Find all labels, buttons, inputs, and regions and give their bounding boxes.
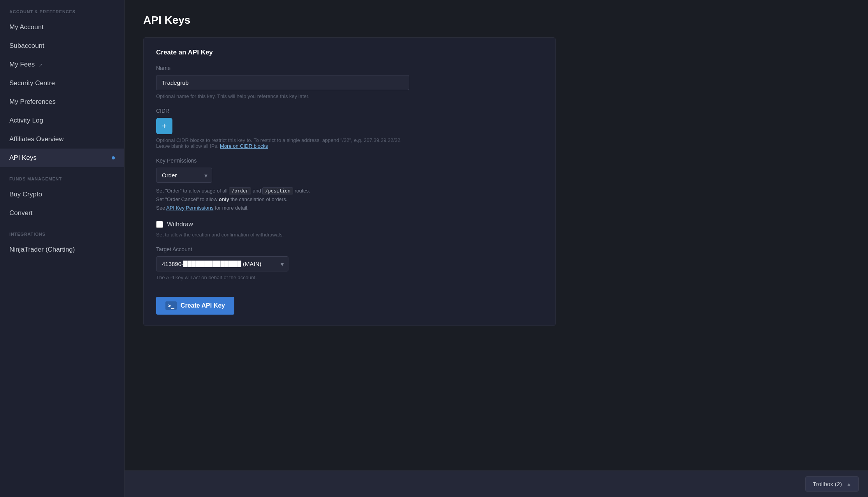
sidebar-item-label: Affiliates Overview xyxy=(9,135,64,143)
sidebar-item-convert[interactable]: Convert xyxy=(0,204,124,222)
sidebar-section-label: INTEGRATIONS xyxy=(0,222,124,240)
sidebar-item-label: Subaccount xyxy=(9,42,44,50)
perm-desc-line1: Set "Order" to allow usage of all /order… xyxy=(156,188,310,194)
cidr-hint-text: Optional CIDR blocks to restrict this ke… xyxy=(156,137,402,149)
sidebar-item-label: Convert xyxy=(9,209,33,217)
sidebar-item-my-account[interactable]: My Account xyxy=(0,18,124,37)
target-account-select-wrapper: 413890-██████████████ (MAIN) xyxy=(156,256,288,271)
perm-desc-line2: Set "Order Cancel" to allow only the can… xyxy=(156,196,287,202)
trollbox-label: Trollbox (2) xyxy=(813,481,842,487)
active-dot-icon xyxy=(112,156,115,159)
sidebar-item-security-centre[interactable]: Security Centre xyxy=(0,74,124,93)
withdraw-checkbox[interactable] xyxy=(156,221,163,228)
cidr-field-group: CIDR + Optional CIDR blocks to restrict … xyxy=(156,108,543,149)
sidebar-section-label: ACCOUNT & PREFERENCES xyxy=(0,0,124,18)
withdraw-label: Withdraw xyxy=(167,221,193,228)
perm-desc-line3: See API Key Permissions for more detail. xyxy=(156,205,249,211)
permissions-select[interactable]: OrderOrder CancelRead xyxy=(156,168,212,183)
sidebar-item-activity-log[interactable]: Activity Log xyxy=(0,111,124,130)
cidr-hint: Optional CIDR blocks to restrict this ke… xyxy=(156,137,409,149)
target-account-select[interactable]: 413890-██████████████ (MAIN) xyxy=(156,256,288,271)
sidebar-item-my-preferences[interactable]: My Preferences xyxy=(0,93,124,111)
withdraw-hint: Set to allow the creation and confirmati… xyxy=(156,232,409,238)
name-hint: Optional name for this key. This will he… xyxy=(156,93,409,99)
sidebar-item-affiliates-overview[interactable]: Affiliates Overview xyxy=(0,130,124,149)
external-link-icon: ↗ xyxy=(37,62,42,68)
cidr-add-button[interactable]: + xyxy=(156,118,172,134)
sidebar-item-label: My Fees ↗ xyxy=(9,61,42,68)
api-key-permissions-link[interactable]: API Key Permissions xyxy=(166,205,213,211)
main-content: API Keys Create an API Key Name Optional… xyxy=(125,0,868,497)
create-btn-icon: >_ xyxy=(165,301,177,310)
name-label: Name xyxy=(156,65,543,71)
card-title: Create an API Key xyxy=(156,49,543,56)
sidebar-item-my-fees[interactable]: My Fees ↗ xyxy=(0,55,124,74)
sidebar-section-label: FUNDS MANAGEMENT xyxy=(0,167,124,185)
permissions-select-wrapper: OrderOrder CancelRead xyxy=(156,168,212,183)
sidebar-item-subaccount[interactable]: Subaccount xyxy=(0,37,124,55)
create-api-key-card: Create an API Key Name Optional name for… xyxy=(143,37,556,326)
sidebar: ACCOUNT & PREFERENCESMy AccountSubaccoun… xyxy=(0,0,125,497)
withdraw-field-group: Withdraw Set to allow the creation and c… xyxy=(156,221,543,238)
sidebar-item-api-keys[interactable]: API Keys xyxy=(0,149,124,167)
sidebar-item-label: NinjaTrader (Charting) xyxy=(9,246,75,254)
cidr-label: CIDR xyxy=(156,108,543,114)
trollbox-chevron-icon: ▲ xyxy=(847,481,851,487)
sidebar-item-label: My Account xyxy=(9,23,44,31)
name-input[interactable] xyxy=(156,75,409,90)
withdraw-checkbox-row: Withdraw xyxy=(156,221,543,228)
sidebar-item-buy-crypto[interactable]: Buy Crypto xyxy=(0,185,124,204)
sidebar-item-label: Activity Log xyxy=(9,117,43,124)
create-api-key-button[interactable]: >_ Create API Key xyxy=(156,297,234,315)
create-btn-label: Create API Key xyxy=(181,302,225,309)
cidr-hint-link[interactable]: More on CIDR blocks xyxy=(220,143,268,149)
name-field-group: Name Optional name for this key. This wi… xyxy=(156,65,543,99)
permissions-field-group: Key Permissions OrderOrder CancelRead Se… xyxy=(156,158,543,212)
target-account-label: Target Account xyxy=(156,246,543,252)
sidebar-item-label: My Preferences xyxy=(9,98,56,106)
sidebar-item-label: API Keys xyxy=(9,154,37,162)
sidebar-item-ninjatrader[interactable]: NinjaTrader (Charting) xyxy=(0,240,124,259)
trollbox-toggle[interactable]: Trollbox (2) ▲ xyxy=(805,476,859,492)
page-title: API Keys xyxy=(143,14,849,26)
trollbox-bar: Trollbox (2) ▲ xyxy=(125,471,868,497)
permissions-label: Key Permissions xyxy=(156,158,543,164)
sidebar-item-label: Buy Crypto xyxy=(9,191,42,198)
permissions-description: Set "Order" to allow usage of all /order… xyxy=(156,187,409,212)
target-account-hint: The API key will act on behalf of the ac… xyxy=(156,275,409,280)
sidebar-item-label: Security Centre xyxy=(9,79,55,87)
target-account-field-group: Target Account 413890-██████████████ (MA… xyxy=(156,246,543,280)
